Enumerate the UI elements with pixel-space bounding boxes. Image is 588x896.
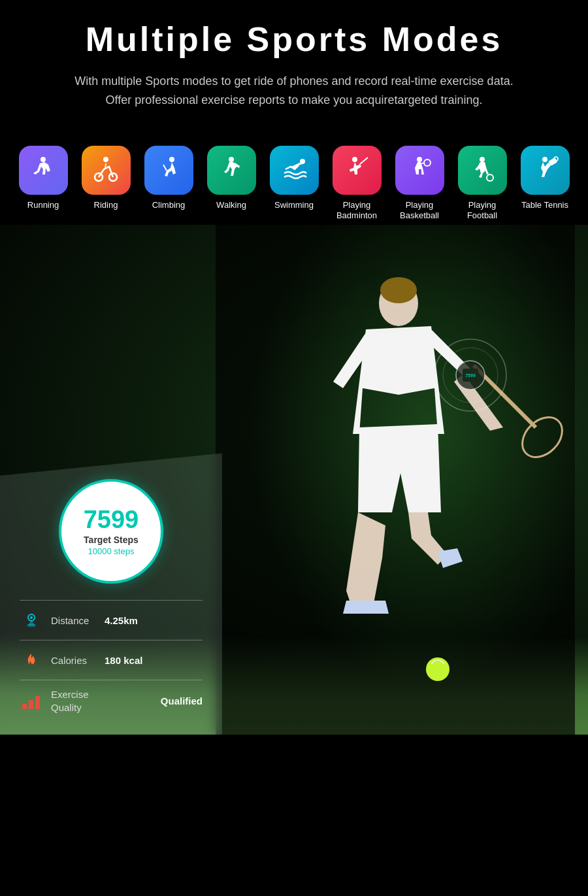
distance-value: 4.25km xyxy=(105,615,138,626)
player-illustration: 7599 xyxy=(216,225,575,735)
svg-point-9 xyxy=(417,157,422,162)
svg-rect-29 xyxy=(22,704,27,709)
swimming-label: Swimming xyxy=(274,200,314,211)
steps-circle-container: 7599 Target Steps 10000 steps xyxy=(20,479,203,584)
stat-item-distance: Distance 4.25km xyxy=(20,600,203,640)
svg-line-8 xyxy=(360,158,368,164)
distance-label: Distance xyxy=(51,615,97,626)
sport-item-badminton: Playing Badminton xyxy=(328,146,385,222)
calories-value: 180 kcal xyxy=(105,655,142,666)
svg-point-20 xyxy=(426,657,449,681)
climbing-label: Climbing xyxy=(152,200,186,211)
sport-item-football: Playing Football xyxy=(453,146,511,222)
steps-circle: 7599 Target Steps 10000 steps xyxy=(59,479,163,584)
swimming-icon xyxy=(270,146,319,195)
svg-point-10 xyxy=(424,159,431,166)
sport-item-running: Running xyxy=(14,146,72,211)
svg-point-28 xyxy=(27,624,36,627)
header-section: Multiple Sports Modes With multiple Spor… xyxy=(0,0,588,139)
exercise-quality-value: Qualified xyxy=(161,695,203,706)
riding-label: Riding xyxy=(94,200,118,211)
svg-point-5 xyxy=(229,157,234,162)
sports-icons-row: Running Riding Climbing xyxy=(0,139,588,225)
sport-item-tabletennis: Table Tennis xyxy=(516,146,574,211)
exercise-quality-name: ExerciseQuality xyxy=(51,688,153,714)
badminton-icon xyxy=(333,146,382,195)
sport-item-climbing: Climbing xyxy=(140,146,197,211)
stats-list: Distance 4.25km Calories 180 kcal xyxy=(20,600,203,722)
svg-text:7599: 7599 xyxy=(465,373,476,378)
sport-item-riding: Riding xyxy=(77,146,135,211)
distance-icon xyxy=(20,608,43,632)
photo-section: 7599 7599 Target Steps 10000 steps xyxy=(0,225,588,735)
football-label: Playing Football xyxy=(453,200,511,222)
page-title: Multiple Sports Modes xyxy=(13,20,575,59)
walking-label: Walking xyxy=(216,200,246,211)
svg-point-27 xyxy=(30,616,33,619)
svg-rect-30 xyxy=(29,700,33,709)
football-icon xyxy=(458,146,507,195)
svg-point-13 xyxy=(542,157,547,162)
stat-item-calories: Calories 180 kcal xyxy=(20,640,203,680)
exercise-quality-icon xyxy=(20,689,43,713)
climbing-icon xyxy=(144,146,193,195)
steps-target: 10000 steps xyxy=(88,546,135,556)
running-icon xyxy=(19,146,68,195)
calories-icon xyxy=(20,648,43,672)
riding-icon xyxy=(82,146,131,195)
badminton-label: Playing Badminton xyxy=(328,200,385,222)
exercise-quality-group: ExerciseQuality xyxy=(51,688,153,714)
svg-rect-31 xyxy=(35,696,40,709)
subtitle-text: With multiple Sports modes to get ride o… xyxy=(72,72,516,110)
stat-item-exercise: ExerciseQuality Qualified xyxy=(20,680,203,722)
steps-number: 7599 xyxy=(84,507,139,532)
running-label: Running xyxy=(27,200,59,211)
tabletennis-label: Table Tennis xyxy=(521,200,568,211)
calories-label: Calories xyxy=(51,655,97,666)
svg-point-18 xyxy=(380,277,417,303)
tabletennis-icon xyxy=(521,146,570,195)
basketball-icon xyxy=(395,146,444,195)
svg-point-11 xyxy=(480,157,485,162)
basketball-label: Playing Basketball xyxy=(391,200,448,222)
sport-item-walking: Walking xyxy=(203,146,260,211)
svg-point-0 xyxy=(41,157,46,162)
svg-point-7 xyxy=(352,157,357,162)
svg-point-12 xyxy=(487,174,493,181)
sport-item-basketball: Playing Basketball xyxy=(391,146,448,222)
stats-panel: 7599 Target Steps 10000 steps Distance xyxy=(0,453,222,735)
svg-point-4 xyxy=(169,157,174,162)
svg-point-1 xyxy=(103,157,108,162)
walking-icon xyxy=(207,146,256,195)
sport-item-swimming: Swimming xyxy=(265,146,323,211)
steps-label: Target Steps xyxy=(84,535,139,545)
